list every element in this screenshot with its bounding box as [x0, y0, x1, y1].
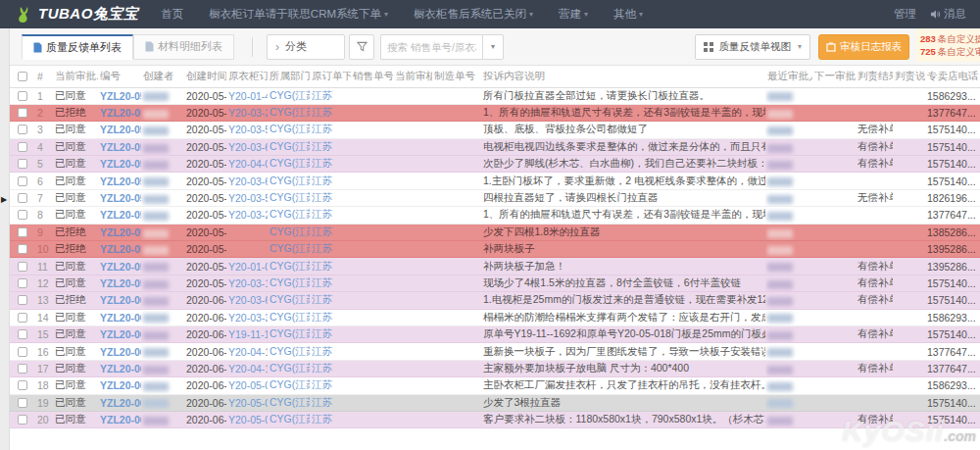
cell-code[interactable]: YZL20-06-...: [98, 377, 141, 394]
cell-region[interactable]: 江苏: [310, 258, 351, 275]
cell-dept[interactable]: CYG(江苏...: [268, 411, 310, 427]
cell-order[interactable]: Y20-03-373: [226, 309, 268, 325]
cell-dept[interactable]: CYG(江苏...: [268, 258, 310, 275]
nav-manage-link[interactable]: 管理: [894, 7, 916, 22]
cell-order[interactable]: Y20-05-018: [226, 411, 268, 427]
cell-dept[interactable]: CYG(江苏...: [268, 325, 310, 342]
cell-check[interactable]: [10, 360, 35, 376]
cell-check[interactable]: [10, 309, 35, 325]
cell-code[interactable]: YZL20-06-...: [98, 411, 141, 427]
cell-region[interactable]: 江苏: [310, 173, 351, 189]
row-checkbox[interactable]: [18, 380, 27, 390]
expand-panel-arrow[interactable]: ▶: [1, 195, 7, 204]
filter-button[interactable]: [349, 34, 374, 60]
cell-region[interactable]: 江苏: [310, 122, 351, 138]
cell-order[interactable]: Y20-03-261: [226, 207, 268, 224]
nav-item-other[interactable]: 其他▾: [601, 0, 656, 28]
cell-check[interactable]: [10, 394, 35, 411]
cell-check[interactable]: [10, 87, 35, 104]
cell-code[interactable]: YZL20-05-...: [98, 87, 141, 104]
cell-region[interactable]: 江苏: [310, 394, 351, 411]
row-checkbox[interactable]: [18, 159, 27, 169]
table-row[interactable]: 10已拒绝YZL20-05-...2020-05-2...CYG(江苏...江苏…: [10, 241, 980, 258]
cell-order[interactable]: Y20-03-261: [226, 104, 268, 121]
cell-dept[interactable]: CYG(江苏...: [268, 377, 310, 394]
cell-region[interactable]: 江苏: [310, 275, 351, 291]
cell-code[interactable]: YZL20-05-...: [98, 189, 141, 206]
cell-order[interactable]: Y20-03-634: [226, 173, 268, 189]
cell-check[interactable]: [10, 377, 35, 394]
tab-material-detail-list[interactable]: 材料明细列表: [133, 34, 234, 60]
cell-region[interactable]: 江苏: [310, 104, 351, 121]
row-checkbox[interactable]: [18, 398, 27, 408]
custom-audit-reminder-link[interactable]: 725条自定义审核提醒: [920, 45, 980, 58]
category-dropdown[interactable]: › 分类: [267, 34, 345, 60]
cell-region[interactable]: 江苏: [310, 360, 351, 376]
table-row[interactable]: 8已同意YZL20-05-...2020-05-1...Y20-03-261CY…: [10, 207, 980, 224]
cell-check[interactable]: [10, 325, 35, 342]
cell-order[interactable]: [226, 224, 268, 240]
cell-code[interactable]: YZL20-05-...: [98, 104, 141, 121]
table-row[interactable]: 20已同意YZL20-06-...2020-06-2...Y20-05-018C…: [10, 411, 980, 427]
cell-order[interactable]: Y20-03-634: [226, 292, 268, 309]
cell-dept[interactable]: CYG(江苏...: [268, 394, 310, 411]
cell-check[interactable]: [10, 156, 35, 173]
cell-dept[interactable]: CYG(江苏...: [268, 275, 310, 291]
cell-dept[interactable]: CYG(江苏...: [268, 207, 310, 224]
cell-dept[interactable]: CYG(江苏...: [268, 156, 310, 173]
row-checkbox[interactable]: [18, 364, 27, 374]
view-selector[interactable]: 质量反馈单视图 ▾: [695, 34, 810, 60]
cell-order[interactable]: Y20-03-634: [226, 138, 268, 155]
cell-dept[interactable]: CYG(江苏...: [268, 360, 310, 376]
table-row[interactable]: 18已同意YZL20-06-...2020-06-1...Y20-05-067C…: [10, 377, 980, 394]
cell-region[interactable]: 江苏: [310, 156, 351, 173]
cell-region[interactable]: 江苏: [310, 189, 351, 206]
cell-region[interactable]: 江苏: [310, 325, 351, 342]
cell-dept[interactable]: CYG(江苏...: [268, 241, 310, 258]
cell-check[interactable]: [10, 258, 35, 275]
cell-code[interactable]: YZL20-06-...: [98, 292, 141, 309]
cell-order[interactable]: Y20-04-040: [226, 156, 268, 173]
cell-order[interactable]: Y20-04-1492: [226, 343, 268, 360]
cell-code[interactable]: YZL20-06-...: [98, 360, 141, 376]
cell-order[interactable]: Y20-03-561: [226, 122, 268, 138]
row-checkbox[interactable]: [18, 295, 27, 305]
nav-item-aftersales-closed[interactable]: 橱衣柜售后系统已关闭▾: [401, 0, 546, 28]
cell-check[interactable]: [10, 275, 35, 291]
table-row[interactable]: 7已同意YZL20-05-...2020-05-1...Y20-03-522CY…: [10, 189, 980, 206]
row-checkbox[interactable]: [18, 142, 27, 152]
cell-order[interactable]: Y20-03-522: [226, 189, 268, 206]
table-row[interactable]: 19已同意YZL20-06-...2020-06-1...Y20-05-026C…: [10, 394, 980, 411]
table-row[interactable]: 9已拒绝YZL20-05-...2020-05-1...CYG(江苏...江苏少…: [10, 224, 980, 240]
row-checkbox[interactable]: [18, 329, 27, 339]
cell-code[interactable]: YZL20-05-...: [98, 138, 141, 155]
table-row[interactable]: 4已同意YZL20-05-...2020-05-1...Y20-03-634CY…: [10, 138, 980, 155]
cell-check[interactable]: [10, 207, 35, 224]
cell-check[interactable]: [10, 138, 35, 155]
row-checkbox[interactable]: [18, 415, 27, 425]
cell-order[interactable]: Y20-03-1197: [226, 275, 268, 291]
row-checkbox[interactable]: [18, 262, 27, 272]
cell-code[interactable]: YZL20-05-...: [98, 156, 141, 173]
cell-code[interactable]: YZL20-05-...: [98, 275, 141, 291]
cell-order[interactable]: Y20-05-026: [226, 394, 268, 411]
cell-dept[interactable]: CYG(江苏...: [268, 87, 310, 104]
row-checkbox[interactable]: [18, 347, 27, 357]
row-checkbox[interactable]: [18, 244, 27, 254]
cell-code[interactable]: YZL20-05-...: [98, 258, 141, 275]
cell-dept[interactable]: CYG(江苏...: [268, 224, 310, 240]
row-checkbox[interactable]: [18, 91, 27, 101]
cell-dept[interactable]: CYG(江苏...: [268, 138, 310, 155]
row-checkbox[interactable]: [18, 125, 27, 134]
cell-region[interactable]: 江苏: [310, 207, 351, 224]
audit-log-report-button[interactable]: 审核日志报表: [818, 34, 909, 60]
row-checkbox[interactable]: [18, 278, 27, 288]
cell-order[interactable]: [226, 241, 268, 258]
cell-region[interactable]: 江苏: [310, 87, 351, 104]
table-row[interactable]: 6已同意YZL20-05-...2020-05-1...Y20-03-634CY…: [10, 173, 980, 189]
nav-item-cabinet-order[interactable]: 橱衣柜订单请于联思CRM系统下单▾: [196, 0, 401, 28]
search-input[interactable]: [380, 34, 482, 60]
table-row[interactable]: 16已同意YZL20-06-...2020-06-1...Y20-04-1492…: [10, 343, 980, 360]
cell-dept[interactable]: CYG(江苏...: [268, 122, 310, 138]
cell-check[interactable]: [10, 241, 35, 258]
